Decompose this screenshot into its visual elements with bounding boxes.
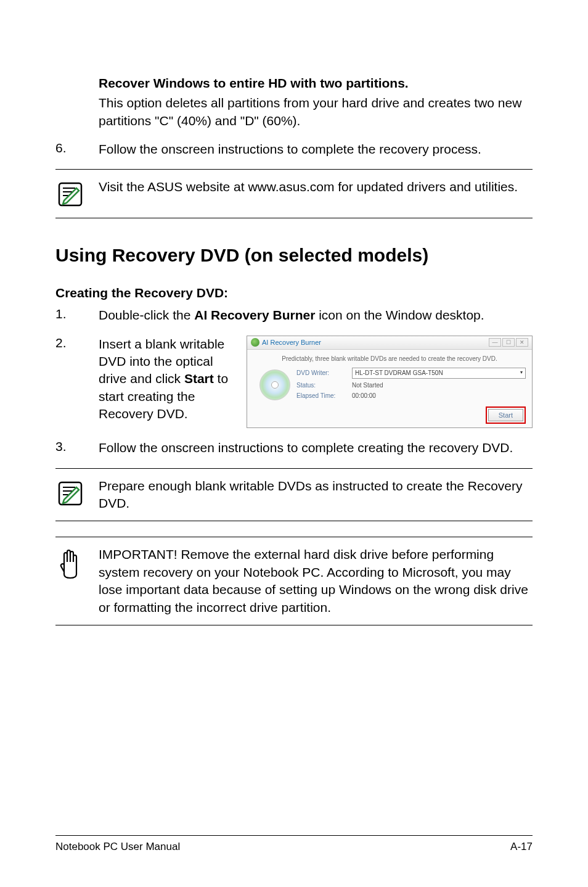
step1-post: icon on the Window desktop. (315, 308, 484, 322)
app-icon (251, 338, 259, 347)
note-box-2: Prepare enough blank writable DVDs as in… (55, 468, 533, 522)
window-titlebar: AI Recovery Burner — ☐ ✕ (247, 336, 532, 350)
note-icon (55, 179, 85, 209)
status-label: Status: (296, 381, 352, 390)
step1-pre: Double-click the (99, 308, 194, 322)
cd-icon (259, 369, 290, 400)
option-body: This option deletes all partitions from … (99, 94, 533, 130)
subsection-heading: Creating the Recovery DVD: (55, 286, 533, 300)
step-1-text: Double-click the AI Recovery Burner icon… (99, 307, 533, 324)
ai-recovery-burner-window: AI Recovery Burner — ☐ ✕ Predictably, th… (247, 336, 533, 429)
close-button[interactable]: ✕ (516, 338, 528, 347)
step-3-text: Follow the onscreen instructions to comp… (99, 439, 533, 456)
elapsed-label: Elapsed Time: (296, 392, 352, 400)
page-footer: Notebook PC User Manual A-17 (55, 835, 533, 853)
step-6-text: Follow the onscreen instructions to comp… (99, 141, 533, 158)
note-text-2: Prepare enough blank writable DVDs as in… (99, 477, 533, 513)
window-title: AI Recovery Burner (262, 338, 321, 347)
dvd-writer-value: HL-DT-ST DVDRAM GSA-T50N (355, 369, 443, 377)
note-box: Visit the ASUS website at www.asus.com f… (55, 169, 533, 218)
step-number-3: 3. (55, 439, 99, 456)
chevron-down-icon: ▾ (520, 369, 523, 376)
maximize-button[interactable]: ☐ (502, 338, 515, 347)
step1-bold: AI Recovery Burner (194, 308, 315, 322)
step-2-text: Insert a blank writable DVD into the opt… (99, 336, 234, 429)
minimize-button[interactable]: — (489, 338, 501, 347)
note-icon (55, 479, 85, 508)
status-value: Not Started (352, 381, 526, 390)
step-number-2: 2. (55, 336, 99, 429)
section-title: Using Recovery DVD (on selected models) (55, 243, 533, 267)
footer-left: Notebook PC User Manual (55, 841, 180, 853)
start-button[interactable]: Start (488, 409, 523, 422)
option-heading: Recover Windows to entire HD with two pa… (99, 74, 533, 92)
step2-bold: Start (184, 371, 214, 386)
caution-box: IMPORTANT! Remove the external hard disk… (55, 537, 533, 625)
start-button-highlight: Start (486, 406, 526, 424)
note-text: Visit the ASUS website at www.asus.com f… (99, 178, 533, 196)
prediction-text: Predictably, three blank writable DVDs a… (253, 355, 526, 363)
step-number-6: 6. (55, 141, 99, 158)
elapsed-value: 00:00:00 (352, 392, 526, 400)
caution-text: IMPORTANT! Remove the external hard disk… (99, 546, 533, 616)
footer-right: A-17 (510, 841, 533, 853)
caution-hand-icon (55, 547, 85, 579)
dvd-writer-label: DVD Writer: (296, 369, 352, 377)
step-number-1: 1. (55, 307, 99, 324)
dvd-writer-select[interactable]: HL-DT-ST DVDRAM GSA-T50N ▾ (352, 368, 526, 379)
